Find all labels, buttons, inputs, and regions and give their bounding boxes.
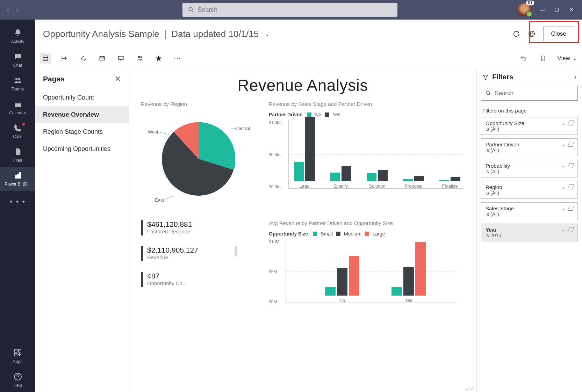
view-dropdown[interactable]: View ⌄: [557, 55, 577, 62]
kpi-card[interactable]: $2,110,905,127Revenue: [141, 246, 258, 261]
teams-share-icon[interactable]: [135, 53, 145, 64]
rail-more[interactable]: • • •: [10, 191, 26, 212]
chevron-down-icon[interactable]: ⌄: [561, 163, 566, 168]
pie-chart[interactable]: Revenue by Region Central East West: [141, 101, 258, 210]
bar-chart-avg-revenue[interactable]: Avg Revenue by Partner Driven and Opport…: [269, 220, 465, 316]
page-item[interactable]: Region Stage Counts: [35, 123, 129, 140]
user-avatar[interactable]: R1: [518, 3, 531, 16]
svg-rect-5: [15, 102, 21, 103]
chevron-down-icon: ⌄: [572, 55, 577, 62]
svg-rect-10: [19, 350, 21, 352]
kpi-column: $461,120,881Factored Revenue $2,110,905,…: [141, 220, 258, 316]
calendar-icon: [14, 100, 22, 108]
svg-point-0: [189, 8, 192, 11]
bookmark-icon[interactable]: [538, 53, 548, 64]
eraser-icon[interactable]: [567, 142, 574, 147]
kpi-card[interactable]: 487Opportunity Co...: [141, 272, 258, 287]
eraser-icon[interactable]: [567, 121, 574, 125]
undo-icon[interactable]: [518, 53, 529, 64]
filters-heading: Filters: [492, 73, 513, 81]
kpi-card[interactable]: $461,120,881Factored Revenue: [141, 220, 258, 235]
legend-swatch: [336, 232, 340, 236]
search-icon: [486, 90, 491, 96]
teams-icon: [14, 76, 22, 85]
filter-value: is (All): [486, 190, 559, 196]
expand-filters-icon[interactable]: ›: [574, 73, 576, 81]
minimize-button[interactable]: —: [539, 7, 546, 13]
legend-item: Yes: [332, 112, 340, 117]
filter-card[interactable]: Yearis 2015 ⌄: [481, 224, 578, 241]
subscribe-icon[interactable]: [97, 53, 107, 64]
kpi-label: Opportunity Co...: [147, 280, 187, 286]
rail-calls[interactable]: Calls: [0, 119, 35, 143]
comment-icon[interactable]: [116, 53, 126, 64]
share-icon[interactable]: [78, 53, 88, 64]
page-item[interactable]: Opportunity Count: [35, 89, 129, 106]
chevron-down-icon[interactable]: ⌄: [265, 31, 270, 37]
chart-title: Avg Revenue by Partner Driven and Opport…: [269, 220, 465, 226]
chevron-down-icon[interactable]: ⌄: [561, 184, 566, 190]
rail-apps[interactable]: Apps: [0, 344, 35, 368]
filter-card[interactable]: Probabilityis (All) ⌄: [481, 160, 578, 177]
eraser-icon[interactable]: [567, 163, 574, 168]
rail-files[interactable]: Files: [0, 143, 35, 167]
rail-activity[interactable]: Activity: [0, 24, 35, 48]
legend-title: Partner Driven: [269, 112, 302, 117]
filter-card[interactable]: Opportunity Sizeis (All) ⌄: [481, 117, 578, 135]
legend-swatch: [365, 232, 369, 236]
ytick: $1.0bn: [269, 120, 282, 125]
eraser-icon[interactable]: [567, 206, 574, 211]
rail-chat[interactable]: Chat: [0, 48, 35, 72]
nav-pane-toggle[interactable]: [40, 53, 51, 64]
forward-button[interactable]: ›: [16, 6, 18, 14]
filter-card[interactable]: Regionis (All) ⌄: [481, 181, 578, 199]
rail-teams[interactable]: Teams: [0, 72, 35, 96]
back-button[interactable]: ‹: [7, 6, 9, 14]
rail-label: Teams: [12, 87, 24, 92]
global-search[interactable]: [182, 3, 397, 17]
favorite-icon[interactable]: [153, 53, 164, 64]
filter-search-input[interactable]: [495, 90, 573, 97]
rail-label: Calls: [13, 134, 22, 139]
chevron-down-icon[interactable]: ⌄: [561, 227, 566, 232]
chevron-down-icon[interactable]: ⌄: [561, 205, 566, 211]
filter-card[interactable]: Sales Stageis (All) ⌄: [481, 202, 578, 220]
page-item[interactable]: Revenue Overview: [35, 106, 129, 123]
refresh-icon[interactable]: [512, 30, 520, 38]
legend-swatch: [325, 112, 329, 117]
report-subtitle: Data updated 10/1/15: [171, 29, 259, 39]
globe-icon[interactable]: [528, 30, 536, 38]
bar-chart-sales-stage[interactable]: Revenue by Sales Stage and Partner Drive…: [269, 101, 465, 210]
svg-point-3: [18, 78, 20, 80]
eraser-icon[interactable]: [567, 227, 574, 232]
legend-item: Small: [321, 231, 333, 237]
canvas-title: Revenue Analysis: [141, 76, 465, 95]
filter-card[interactable]: Partner Drivenis (All) ⌄: [481, 138, 578, 156]
svg-rect-8: [20, 173, 21, 178]
powerbi-icon: [14, 171, 22, 180]
pages-pane: Pages ✕ Opportunity Count Revenue Overvi…: [35, 68, 129, 392]
chevron-down-icon[interactable]: ⌄: [561, 120, 566, 126]
export-icon[interactable]: [59, 53, 70, 64]
more-options-icon[interactable]: ···: [172, 53, 183, 64]
maximize-button[interactable]: ☐: [553, 7, 560, 13]
filter-name: Region: [486, 184, 559, 190]
page-item[interactable]: Upcoming Opportunities: [35, 140, 129, 158]
global-search-input[interactable]: [197, 6, 392, 14]
rail-help[interactable]: Help: [0, 368, 35, 392]
legend-item: Medium: [344, 231, 361, 237]
close-report-button[interactable]: Close: [543, 27, 574, 41]
xtick: Qualify: [330, 183, 351, 189]
legend-swatch: [313, 232, 317, 236]
filter-search[interactable]: [481, 86, 578, 101]
watermark: obvi: [466, 386, 474, 391]
svg-rect-16: [43, 56, 48, 61]
xtick: Solution: [367, 183, 388, 189]
rail-calendar[interactable]: Calendar: [0, 96, 35, 119]
rail-powerbi[interactable]: Power BI (D...: [0, 167, 35, 191]
eraser-icon[interactable]: [567, 184, 574, 189]
close-window-button[interactable]: ✕: [568, 7, 575, 13]
chevron-down-icon[interactable]: ⌄: [561, 141, 566, 147]
svg-marker-33: [483, 75, 488, 80]
close-pages-icon[interactable]: ✕: [115, 74, 121, 84]
